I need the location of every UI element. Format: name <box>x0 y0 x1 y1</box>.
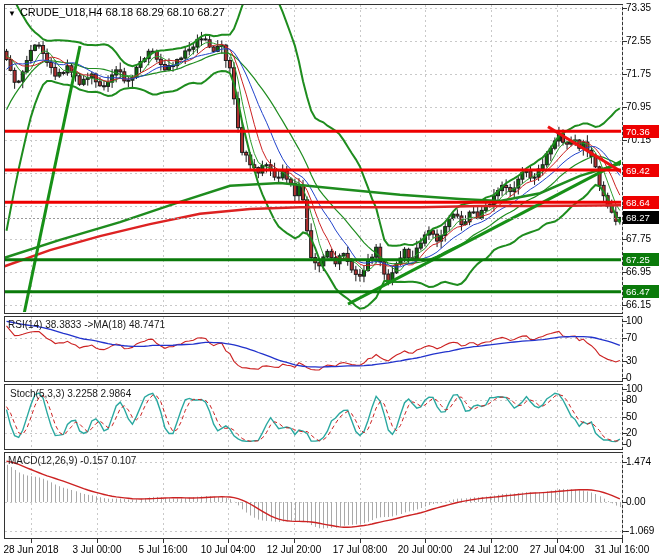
stoch-tick-label: 50 <box>626 411 637 423</box>
time-axis-label: 24 Jul 12:00 <box>459 544 523 555</box>
trading-chart-window: ▼CRUDE_U18,H4 68.18 68.29 68.10 68.27 RS… <box>0 0 660 560</box>
resistance-level-badge: 70.36 <box>623 125 659 138</box>
rsi-tick-label: 30 <box>626 355 637 367</box>
stoch-tick-label: 0 <box>626 438 632 450</box>
macd-indicator-label: MACD(12,26,9) -0.157 0.107 <box>8 455 136 466</box>
symbol-period-label: CRUDE_U18,H4 <box>20 6 103 18</box>
macd-tick-label: -1.069 <box>626 525 654 537</box>
time-axis-label: 12 Jul 20:00 <box>262 544 326 555</box>
chart-title: ▼CRUDE_U18,H4 68.18 68.29 68.10 68.27 <box>8 6 225 18</box>
rsi-tick-label: 100 <box>626 315 643 327</box>
current-price-badge: 68.27 <box>623 211 659 224</box>
time-axis-label: 28 Jun 2018 <box>0 544 63 555</box>
time-axis-label: 10 Jul 04:00 <box>196 544 260 555</box>
time-axis-label: 17 Jul 08:00 <box>328 544 392 555</box>
rsi-indicator-label: RSI(14) 38.3833 ->MA(18) 48.7471 <box>8 319 165 330</box>
price-tick-label: 71.75 <box>626 68 651 80</box>
stoch-tick-label: 80 <box>626 394 637 406</box>
resistance-level-badge: 68.64 <box>623 196 659 209</box>
price-tick-label: 70.95 <box>626 101 651 113</box>
time-axis-label: 20 Jul 00:00 <box>393 544 457 555</box>
price-tick-label: 66.15 <box>626 299 651 311</box>
price-tick-label: 72.55 <box>626 35 651 47</box>
time-axis-label: 31 Jul 16:00 <box>590 544 654 555</box>
price-tick-label: 66.95 <box>626 266 651 278</box>
resistance-level-badge: 69.42 <box>623 164 659 177</box>
time-axis-label: 5 Jul 16:00 <box>131 544 195 555</box>
rsi-tick-label: 70 <box>626 332 637 344</box>
price-tick-label: 67.75 <box>626 233 651 245</box>
support-level-badge: 66.47 <box>623 285 659 298</box>
time-axis-label: 3 Jul 00:00 <box>65 544 129 555</box>
macd-tick-label: 0.00 <box>626 496 645 508</box>
ohlc-readout: 68.18 68.29 68.10 68.27 <box>106 6 225 18</box>
time-axis-label: 27 Jul 04:00 <box>525 544 589 555</box>
symbol-dropdown-icon[interactable]: ▼ <box>8 9 16 18</box>
chart-canvas[interactable] <box>0 0 660 560</box>
macd-tick-label: 1.474 <box>626 456 651 468</box>
support-level-badge: 67.25 <box>623 253 659 266</box>
price-tick-label: 73.35 <box>626 2 651 14</box>
stoch-indicator-label: Stoch(5,3,3) 3.2258 2.9864 <box>10 388 131 399</box>
